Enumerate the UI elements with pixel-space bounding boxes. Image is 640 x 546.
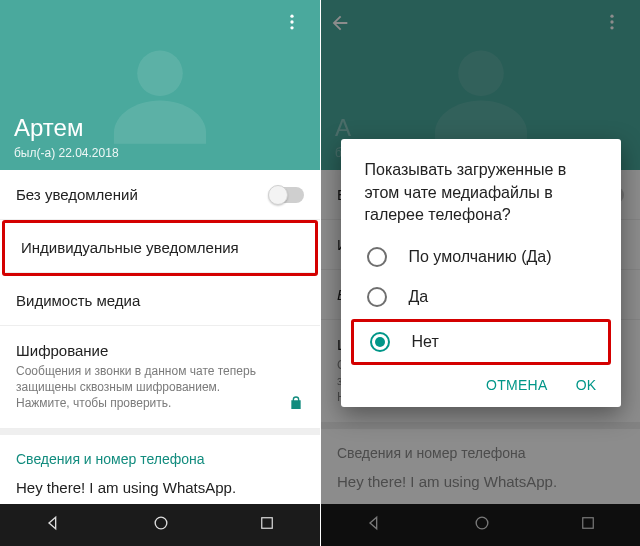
section-about-label: Сведения и номер телефона [0,429,320,475]
row-mute[interactable]: Без уведомлений [0,170,320,220]
media-visibility-dialog: Показывать загруженные в этом чате медиа… [341,139,621,406]
settings-list: Без уведомлений Индивидуальные уведомлен… [0,170,320,504]
highlight-custom-notifications: Индивидуальные уведомления [2,220,318,276]
dialog-title: Показывать загруженные в этом чате медиа… [345,159,617,236]
ok-button[interactable]: OK [576,377,597,393]
row-encryption[interactable]: Шифрование Сообщения и звонки в данном ч… [0,326,320,429]
dialog-actions: ОТМЕНА OK [345,367,617,399]
svg-point-1 [290,15,293,18]
radio-unchecked-icon [367,247,387,267]
highlight-option-no: Нет [351,319,611,365]
option-no[interactable]: Нет [354,322,608,362]
mute-toggle[interactable] [270,187,304,203]
option-default-label: По умолчанию (Да) [409,248,552,266]
option-default[interactable]: По умолчанию (Да) [345,237,617,277]
radio-unchecked-icon [367,287,387,307]
dialog-overlay[interactable]: Показывать загруженные в этом чате медиа… [321,0,640,546]
contact-last-seen: был(-а) 22.04.2018 [14,146,119,160]
option-yes-label: Да [409,288,429,306]
row-mute-label: Без уведомлений [16,186,138,203]
svg-point-0 [137,51,183,97]
cancel-button[interactable]: ОТМЕНА [486,377,548,393]
row-encryption-sub: Сообщения и звонки в данном чате теперь … [16,363,304,412]
nav-back-icon[interactable] [44,513,64,537]
option-no-label: Нет [412,333,439,351]
nav-home-icon[interactable] [151,513,171,537]
row-custom-notifications-label: Индивидуальные уведомления [21,239,239,256]
svg-point-2 [290,20,293,23]
option-yes[interactable]: Да [345,277,617,317]
row-media-visibility[interactable]: Видимость медиа [0,276,320,326]
row-encryption-title: Шифрование [16,342,304,359]
svg-rect-5 [262,518,273,529]
overflow-menu-icon[interactable] [276,6,308,42]
contact-header: Артем был(-а) 22.04.2018 [0,0,320,170]
phone-right: А б Без уведомлений Индивидуальные уведо… [320,0,640,546]
android-navbar [0,504,320,546]
status-text: Hey there! I am using WhatsApp. [0,475,320,504]
row-media-visibility-label: Видимость медиа [16,292,140,309]
row-custom-notifications[interactable]: Индивидуальные уведомления [5,223,315,273]
radio-checked-icon [370,332,390,352]
phone-left: Артем был(-а) 22.04.2018 Без уведомлений… [0,0,320,546]
contact-name: Артем [14,114,83,142]
nav-recents-icon[interactable] [258,514,276,536]
svg-point-4 [155,517,167,529]
svg-point-3 [290,26,293,29]
lock-icon [288,395,304,414]
